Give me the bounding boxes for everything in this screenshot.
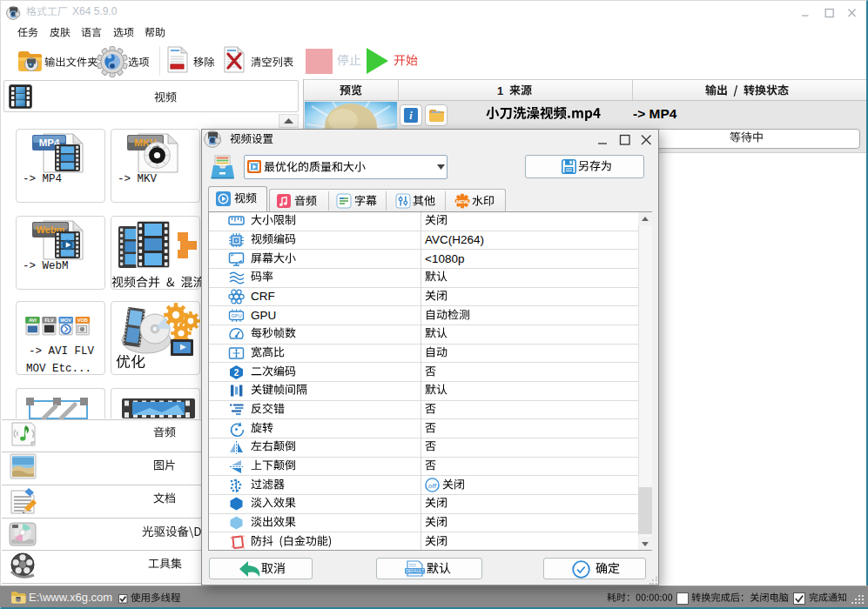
svg-text:MOV: MOV <box>60 318 71 323</box>
svg-text:FLV: FLV <box>44 318 53 323</box>
svg-text:AVI: AVI <box>29 318 37 323</box>
svg-text:2: 2 <box>234 367 239 377</box>
svg-text:DEFAULT: DEFAULT <box>406 569 424 573</box>
svg-text:NEW: NEW <box>456 199 468 204</box>
svg-text:off: off <box>428 482 437 490</box>
svg-text:VOB: VOB <box>77 318 88 323</box>
svg-text:GPU: GPU <box>232 313 242 318</box>
